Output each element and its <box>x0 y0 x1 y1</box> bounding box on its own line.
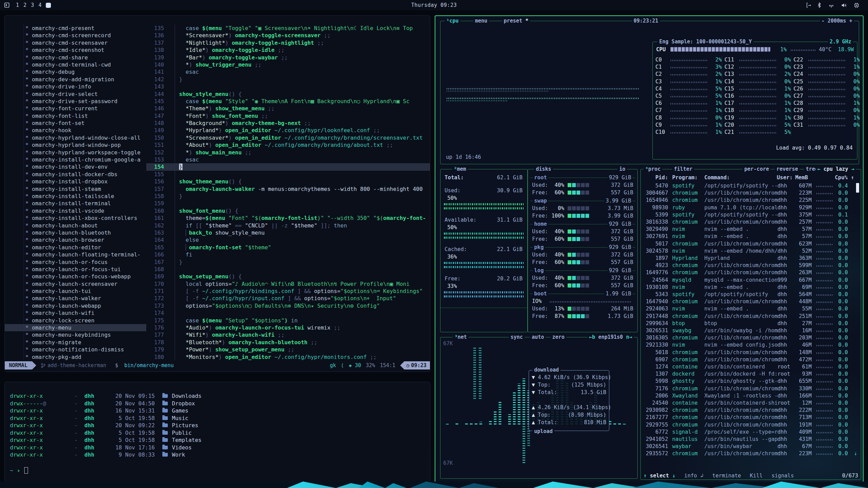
proc-row[interactable]: 5399spotify/opt/spotify/spotify --dhh375… <box>641 211 861 219</box>
proc-row[interactable]: 2924063nvimnvim --embed .dhh55M0.0 <box>641 305 861 312</box>
proc-row[interactable]: 3029490nvimnvim --embed .dhh57M0.0 <box>641 226 861 233</box>
file-item[interactable]: * omarchy-launch-tui <box>5 288 146 295</box>
file-item[interactable]: * omarchy-drive-select <box>5 90 146 98</box>
proc-row[interactable]: 5018chromium/usr/lib/chromium/chromdhh14… <box>641 349 861 356</box>
kill-button[interactable]: Kill <box>750 473 762 479</box>
auto-button[interactable]: auto <box>530 334 546 340</box>
proc-row[interactable]: 1654946chromium/usr/lib/chromium/chromdh… <box>641 197 861 204</box>
proc-row[interactable]: 5017chromium/usr/lib/chromium/chromdhh62… <box>641 240 861 248</box>
file-item[interactable]: * omarchy-hyprland-window-close-all <box>5 134 146 141</box>
omarchy-logo-icon[interactable] <box>4 2 10 8</box>
file-item[interactable]: * omarchy-launch-webapp <box>5 302 146 309</box>
terminate-button[interactable]: terminate <box>712 473 741 479</box>
file-item[interactable]: * omarchy-cmd-terminal-cwd <box>5 61 146 68</box>
shell-prompt[interactable]: ~› <box>10 467 426 474</box>
sync-button[interactable]: sync <box>509 334 525 340</box>
file-item[interactable]: * omarchy-launch-or-focus <box>5 259 146 266</box>
proc-row[interactable]: 2006XwaylandXwayland :1 -rootless -dhh16… <box>641 392 861 400</box>
file-item[interactable]: * omarchy-install-terminal <box>5 200 146 207</box>
proc-row[interactable]: 24540containe/usr/bin/containerd-shiroot… <box>641 400 861 407</box>
volume-icon[interactable] <box>841 3 847 8</box>
proc-row[interactable]: 1647940chromium/usr/lib/chromium/chromdh… <box>641 298 861 305</box>
zero-button[interactable]: zero <box>551 334 566 340</box>
proc-row[interactable]: 2941052nautilus/usr/bin/nautilus --gapdh… <box>641 436 861 443</box>
reverse-button[interactable]: reverse <box>775 166 800 172</box>
file-item[interactable]: * omarchy-drive-set-password <box>5 98 146 105</box>
file-item[interactable]: * omarchy-install-docker-dbs <box>5 171 146 178</box>
sort-mode[interactable]: ← cpu lazy → <box>816 166 856 172</box>
proc-row[interactable]: 1897HyprlandHyprlanddhh363M0.0 <box>641 255 861 262</box>
proc-row[interactable]: 1307dockerd/usr/bin/dockerd -H fd:root93… <box>641 371 861 378</box>
proc-row[interactable]: 1930108nvimnvim --embed .dhh69M0.0 <box>641 284 861 291</box>
file-item[interactable]: * omarchy-launch-bluetooth <box>5 229 146 236</box>
file-item[interactable]: * omarchy-pkg-add <box>5 353 146 361</box>
proc-row[interactable]: 2930982chromium/usr/lib/chromium/chromdh… <box>641 407 861 414</box>
proc-row[interactable]: 6907chromium/usr/lib/chromium/chromdhh47… <box>641 356 861 363</box>
file-item[interactable]: * omarchy-hyprland-window-pop <box>5 141 146 149</box>
proc-row[interactable]: 2921330nvimnvim --embed config.jsodhh46M… <box>641 341 861 349</box>
proc-row[interactable]: 7176chromium/usr/lib/chromium/chromdhh33… <box>641 385 861 392</box>
select-button[interactable]: ↑ select ↓ <box>643 473 675 479</box>
file-item[interactable]: * omarchy-hyprland-workspace-toggle <box>5 149 146 156</box>
file-item[interactable]: * omarchy-install-dev-env <box>5 163 146 170</box>
tab-cpu[interactable]: ¹cpu <box>445 17 460 24</box>
file-item[interactable]: * omarchy-font-list <box>5 112 146 120</box>
proc-row[interactable]: 1274containe/usr/bin/containerdroot61M0.… <box>641 363 861 371</box>
workspace-3[interactable]: 3 <box>29 2 36 8</box>
file-item[interactable]: * omarchy-font-set <box>5 120 146 127</box>
scroll-down-icon[interactable]: ↓ <box>854 450 857 457</box>
tab-net[interactable]: ³net <box>453 334 469 340</box>
file-item[interactable]: * omarchy-launch-browser <box>5 236 146 243</box>
file-item[interactable]: * omarchy-notification-dismiss <box>5 346 146 353</box>
proc-row[interactable]: 2935572chromium/usr/lib/chromium/chromdh… <box>641 450 861 457</box>
interface-selector[interactable]: ←b enp191s0 n→ <box>587 334 634 340</box>
file-item[interactable]: * omarchy-dev-add-migration <box>5 76 146 83</box>
file-item[interactable]: * omarchy-hook <box>5 127 146 134</box>
file-item[interactable]: * omarchy-menu <box>5 324 146 331</box>
proc-row[interactable]: 3026531swaybg/usr/bin/swaybg -i /homdhh1… <box>641 327 861 334</box>
file-item[interactable]: * omarchy-cmd-screensaver <box>5 39 146 46</box>
file-item[interactable]: * omarchy-menu-keybindings <box>5 331 146 338</box>
proc-row[interactable]: 24564mysqldmysqld --max-connection999667… <box>641 277 861 284</box>
proc-row[interactable]: 2167277chromium/usr/lib/chromium/chromdh… <box>641 414 861 421</box>
proc-row[interactable]: 5470spotify/opt/spotify/spotify --dhh607… <box>641 182 861 190</box>
file-item[interactable]: * omarchy-install-dropbox <box>5 178 146 185</box>
proc-row[interactable]: 2999634btopbtopdhh27M0.0 <box>641 320 861 327</box>
file-item[interactable]: * omarchy-install-chromium-google-a <box>5 156 146 163</box>
file-item[interactable]: * omarchy-lock-screen <box>5 317 146 324</box>
network-icon[interactable] <box>828 3 834 8</box>
file-item[interactable]: * omarchy-font-current <box>5 105 146 112</box>
io-toggle[interactable]: io <box>618 166 627 172</box>
proc-row[interactable]: 2917448chromium/usr/lib/chromium/chromdh… <box>641 313 861 320</box>
file-item[interactable]: * omarchy-cmd-present <box>5 25 146 32</box>
file-item[interactable]: * omarchy-launch-wifi <box>5 309 146 317</box>
file-item[interactable]: * omarchy-launch-editor <box>5 244 146 251</box>
menu-button[interactable]: menu <box>473 17 489 24</box>
proc-row[interactable]: 3027691nvimnvim --embed .dhh57M0.0 <box>641 233 861 240</box>
proc-row[interactable]: 3016305chromium/usr/lib/chromium/chromdh… <box>641 334 861 341</box>
file-item[interactable]: * omarchy-install-steam <box>5 185 146 193</box>
file-item[interactable]: * omarchy-launch-or-focus-webapp <box>5 273 146 280</box>
proc-scrollbar[interactable] <box>856 183 859 193</box>
proc-row[interactable]: 4923chromium/usr/lib/chromium/chromdhh59… <box>641 262 861 269</box>
tab-proc[interactable]: ⁴proc <box>643 166 662 172</box>
file-item[interactable]: * omarchy-migrate <box>5 339 146 346</box>
file-item[interactable]: * omarchy-launch-or-focus-tui <box>5 266 146 273</box>
file-item[interactable]: * omarchy-cmd-share <box>5 54 146 61</box>
filter-button[interactable]: filter <box>672 166 694 172</box>
info-button[interactable]: info ↲ <box>684 473 703 479</box>
chip-icon[interactable] <box>854 3 859 8</box>
proc-row[interactable]: 3016338chromium/usr/lib/chromium/chromdh… <box>641 219 861 226</box>
file-item[interactable]: * omarchy-install-tailscale <box>5 193 146 200</box>
file-item[interactable]: * omarchy-install-vscode <box>5 207 146 214</box>
workspace-active-indicator[interactable] <box>46 3 51 8</box>
file-item[interactable]: * omarchy-cmd-screenrecord <box>5 32 146 39</box>
proc-row[interactable]: 3024578nvimnvim --embed /home/dhh/dhh52M… <box>641 248 861 255</box>
file-item[interactable]: * omarchy-install-xbox-controllers <box>5 214 146 222</box>
interval-control[interactable]: - 2000ms + <box>820 17 854 24</box>
workspace-1[interactable]: 1 <box>14 2 21 8</box>
bluetooth-icon[interactable] <box>817 2 821 8</box>
file-item[interactable]: * omarchy-debug <box>5 68 146 75</box>
proc-row[interactable]: 3004667chromium/usr/lib/chromium/chromdh… <box>641 190 861 197</box>
file-item[interactable]: * omarchy-cmd-screenshot <box>5 46 146 54</box>
